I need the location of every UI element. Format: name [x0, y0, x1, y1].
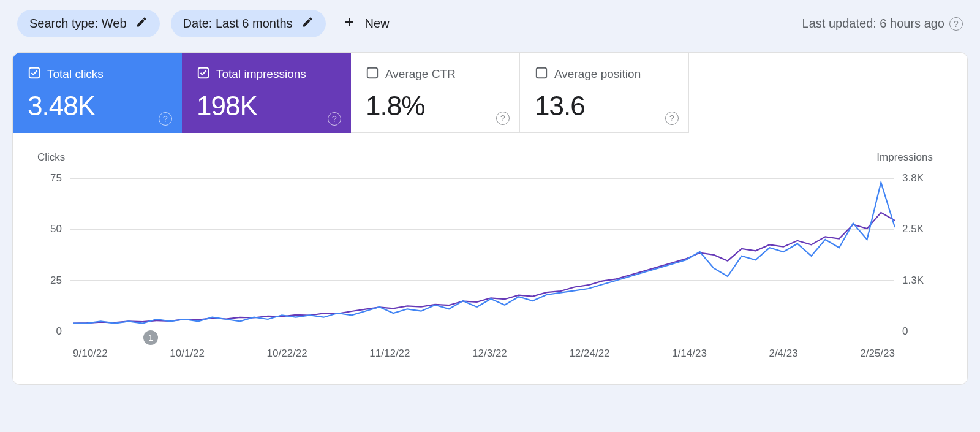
- y-right-tick: 1.3K: [902, 275, 933, 287]
- x-tick-label: 9/10/22: [73, 347, 108, 360]
- metric-label: Total impressions: [216, 67, 306, 81]
- performance-card: Total clicks 3.48K ? Total impressions 1…: [12, 52, 968, 385]
- search-type-filter[interactable]: Search type: Web: [17, 10, 160, 37]
- x-tick-label: 10/22/22: [267, 347, 307, 360]
- filter-label: Date: Last 6 months: [183, 17, 293, 31]
- svg-rect-2: [368, 68, 378, 78]
- filter-label: Search type: Web: [29, 17, 127, 31]
- plus-icon: [342, 15, 356, 32]
- last-updated-text: Last updated: 6 hours ago: [802, 17, 944, 31]
- x-tick-label: 11/12/22: [369, 347, 410, 360]
- y-left-tick: 75: [37, 172, 62, 184]
- help-icon[interactable]: ?: [496, 112, 510, 125]
- x-tick-label: 2/25/23: [860, 347, 895, 360]
- filter-bar: Search type: Web Date: Last 6 months New…: [0, 0, 980, 52]
- metric-value: 3.48K: [28, 91, 167, 121]
- metric-tab-ctr[interactable]: Average CTR 1.8% ?: [351, 53, 520, 133]
- last-updated: Last updated: 6 hours ago ?: [802, 17, 963, 31]
- x-tick-label: 12/24/22: [569, 347, 609, 360]
- chart-plot[interactable]: 753.8K 502.5K 251.3K 00 1: [73, 172, 895, 325]
- pencil-icon: [301, 16, 314, 31]
- x-axis-ticks: 9/10/2210/1/2210/22/2211/12/2212/3/2212/…: [73, 347, 895, 360]
- metric-value: 1.8%: [366, 91, 505, 121]
- metric-label: Average CTR: [385, 67, 456, 81]
- left-axis-title: Clicks: [37, 151, 65, 164]
- y-right-tick: 2.5K: [902, 223, 933, 235]
- checkbox-checked-icon: [197, 66, 210, 82]
- metric-label: Average position: [554, 67, 641, 81]
- new-label: New: [365, 17, 390, 31]
- pencil-icon: [135, 16, 148, 31]
- new-filter-button[interactable]: New: [342, 15, 390, 32]
- metric-tabs: Total clicks 3.48K ? Total impressions 1…: [13, 53, 967, 133]
- svg-rect-3: [537, 68, 547, 78]
- chart-area: Clicks Impressions 753.8K 502.5K 251.3K …: [13, 133, 967, 384]
- metric-tab-clicks[interactable]: Total clicks 3.48K ?: [13, 53, 182, 133]
- x-tick-label: 10/1/22: [170, 347, 205, 360]
- x-tick-label: 12/3/22: [472, 347, 507, 360]
- chart-lines: [73, 172, 895, 325]
- y-right-tick: 3.8K: [902, 172, 933, 184]
- help-icon[interactable]: ?: [665, 112, 679, 125]
- x-tick-label: 2/4/23: [769, 347, 797, 360]
- metric-tab-position[interactable]: Average position 13.6 ?: [520, 53, 689, 133]
- checkbox-checked-icon: [28, 66, 41, 82]
- help-icon[interactable]: ?: [159, 112, 172, 126]
- checkbox-unchecked-icon: [366, 66, 379, 82]
- data-point-marker[interactable]: 1: [143, 330, 158, 345]
- right-axis-title: Impressions: [876, 151, 933, 164]
- metric-value: 13.6: [535, 91, 674, 121]
- metric-value: 198K: [197, 91, 336, 121]
- x-tick-label: 1/14/23: [672, 347, 707, 360]
- help-icon[interactable]: ?: [328, 112, 341, 126]
- metric-label: Total clicks: [47, 67, 104, 81]
- y-left-tick: 25: [37, 275, 62, 287]
- y-right-tick: 0: [902, 325, 933, 338]
- y-left-tick: 50: [37, 223, 62, 235]
- date-range-filter[interactable]: Date: Last 6 months: [171, 10, 326, 37]
- help-icon[interactable]: ?: [949, 17, 963, 31]
- metric-tab-impressions[interactable]: Total impressions 198K ?: [182, 53, 351, 133]
- checkbox-unchecked-icon: [535, 66, 548, 82]
- y-left-tick: 0: [37, 325, 62, 338]
